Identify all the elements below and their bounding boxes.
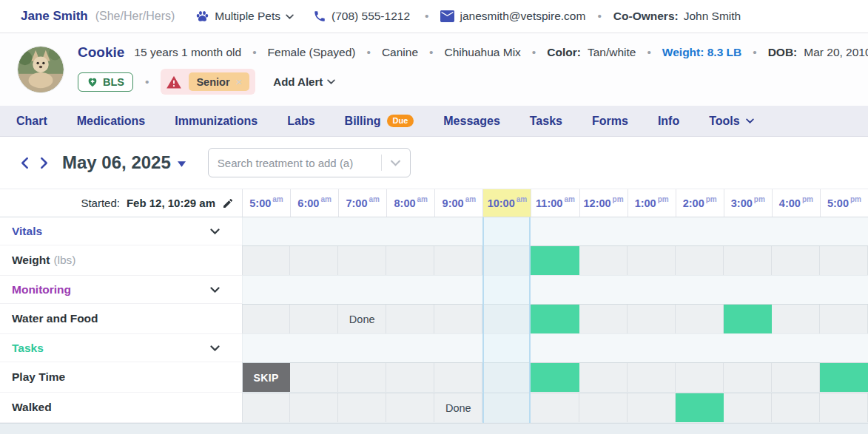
- schedule-cell[interactable]: [338, 246, 386, 275]
- date-label[interactable]: May 06, 2025: [62, 152, 171, 173]
- schedule-cell[interactable]: [628, 305, 676, 333]
- schedule-cell[interactable]: [676, 393, 724, 422]
- schedule-cell[interactable]: [579, 363, 628, 392]
- separator-dot: •: [597, 10, 601, 23]
- pets-selector[interactable]: Multiple Pets: [195, 10, 294, 24]
- schedule-cell[interactable]: [338, 363, 386, 392]
- tab-immunizations[interactable]: Immunizations: [160, 106, 272, 136]
- row-cells: [242, 276, 868, 304]
- schedule-cell[interactable]: Done: [338, 305, 386, 333]
- time-column-header: 5:00pm: [820, 189, 868, 217]
- edit-pencil-icon[interactable]: [222, 197, 234, 209]
- tab-billing[interactable]: Billing Due: [330, 106, 429, 136]
- bls-badge[interactable]: BLS: [78, 72, 133, 92]
- time-column-header: 9:00am: [434, 189, 482, 217]
- tab-tools[interactable]: Tools: [694, 106, 768, 136]
- schedule-cell[interactable]: [531, 393, 579, 422]
- warning-triangle-icon: [166, 75, 181, 89]
- tab-messages[interactable]: Messages: [428, 106, 515, 136]
- collapse-chevron-icon[interactable]: [210, 345, 230, 351]
- started-cell: Started: Feb 12, 10:29 am: [0, 189, 242, 217]
- schedule-cell[interactable]: [386, 393, 434, 422]
- schedule-cell[interactable]: [434, 305, 482, 333]
- schedule-cell[interactable]: [531, 305, 579, 333]
- schedule-cell[interactable]: [676, 363, 724, 392]
- schedule-cell[interactable]: [482, 393, 531, 422]
- tab-labs[interactable]: Labs: [272, 106, 329, 136]
- schedule-cell[interactable]: [386, 246, 434, 275]
- schedule-cell[interactable]: [242, 246, 290, 275]
- schedule-cell[interactable]: [724, 363, 772, 392]
- schedule-cell[interactable]: [724, 393, 772, 422]
- tab-forms[interactable]: Forms: [577, 106, 643, 136]
- schedule-cell[interactable]: [482, 363, 531, 392]
- tab-label: Tasks: [530, 115, 562, 128]
- schedule-cell[interactable]: [386, 363, 434, 392]
- senior-alert-tag: Senior ×: [189, 72, 249, 91]
- tab-medications[interactable]: Medications: [62, 106, 160, 136]
- schedule-cell[interactable]: [820, 305, 868, 333]
- time-column-header: 11:00am: [531, 189, 579, 217]
- schedule-cell[interactable]: [820, 246, 868, 275]
- treatment-search-box: [208, 148, 411, 177]
- tab-info[interactable]: Info: [643, 106, 694, 136]
- schedule-cell[interactable]: [242, 393, 290, 422]
- schedule-cell[interactable]: [482, 246, 531, 275]
- schedule-cell[interactable]: [820, 363, 868, 392]
- patient-weight-link[interactable]: Weight: 8.3 LB: [662, 46, 741, 59]
- schedule-cell[interactable]: [290, 305, 338, 333]
- schedule-cell[interactable]: [772, 393, 820, 422]
- tab-tasks[interactable]: Tasks: [515, 106, 577, 136]
- schedule-cell[interactable]: [338, 393, 386, 422]
- schedule-cell[interactable]: [531, 363, 579, 392]
- app-window: Jane Smith (She/Her/Hers) Multiple Pets …: [0, 0, 868, 434]
- schedule-cell[interactable]: SKIP: [242, 363, 290, 392]
- schedule-cell[interactable]: [531, 246, 579, 275]
- tab-chart[interactable]: Chart: [1, 106, 62, 136]
- schedule-cell[interactable]: Done: [434, 393, 482, 422]
- tab-label: Tools: [709, 115, 739, 128]
- schedule-cell[interactable]: [772, 363, 820, 392]
- patient-color-value: Tan/white: [588, 46, 636, 59]
- schedule-cell[interactable]: [772, 305, 820, 333]
- treatment-search-input[interactable]: [209, 157, 381, 169]
- patient-species: Canine: [382, 46, 418, 59]
- schedule-cell[interactable]: [676, 305, 724, 333]
- schedule-cell[interactable]: [434, 246, 482, 275]
- collapse-chevron-icon[interactable]: [210, 287, 230, 293]
- schedule-cell[interactable]: [772, 246, 820, 275]
- schedule-cell[interactable]: [724, 305, 772, 333]
- schedule-cell[interactable]: [628, 246, 676, 275]
- treatment-row: WalkedDone: [0, 393, 868, 423]
- patient-avatar[interactable]: [18, 47, 64, 92]
- schedule-cell[interactable]: [628, 363, 676, 392]
- schedule-cell[interactable]: [290, 363, 338, 392]
- schedule-cell[interactable]: [386, 305, 434, 333]
- schedule-cell[interactable]: [579, 246, 628, 275]
- time-column-header: 10:00am: [482, 189, 531, 217]
- search-dropdown-chevron-icon[interactable]: [382, 160, 410, 166]
- schedule-cell[interactable]: [434, 363, 482, 392]
- owner-name-link[interactable]: Jane Smith: [21, 9, 88, 24]
- schedule-cell[interactable]: [724, 246, 772, 275]
- schedule-cell[interactable]: [482, 305, 531, 333]
- close-icon[interactable]: ×: [236, 75, 243, 88]
- co-owner-name-link[interactable]: John Smith: [684, 10, 741, 23]
- next-day-button[interactable]: [34, 153, 53, 172]
- schedule-cell[interactable]: [676, 246, 724, 275]
- owner-phone[interactable]: (708) 555-1212: [313, 10, 410, 23]
- bls-badge-label: BLS: [103, 76, 124, 88]
- caret-down-icon[interactable]: [178, 161, 186, 167]
- schedule-cell[interactable]: [628, 393, 676, 422]
- schedule-cell[interactable]: [820, 393, 868, 422]
- add-alert-button[interactable]: Add Alert: [273, 75, 335, 88]
- chevron-right-icon: [40, 157, 48, 169]
- schedule-cell[interactable]: [242, 305, 290, 333]
- collapse-chevron-icon[interactable]: [210, 228, 230, 234]
- schedule-cell[interactable]: [290, 393, 338, 422]
- schedule-cell[interactable]: [290, 246, 338, 275]
- owner-email[interactable]: janesmith@vetspire.com: [440, 10, 585, 23]
- schedule-cell[interactable]: [579, 393, 628, 422]
- previous-day-button[interactable]: [15, 153, 34, 172]
- schedule-cell[interactable]: [579, 305, 628, 333]
